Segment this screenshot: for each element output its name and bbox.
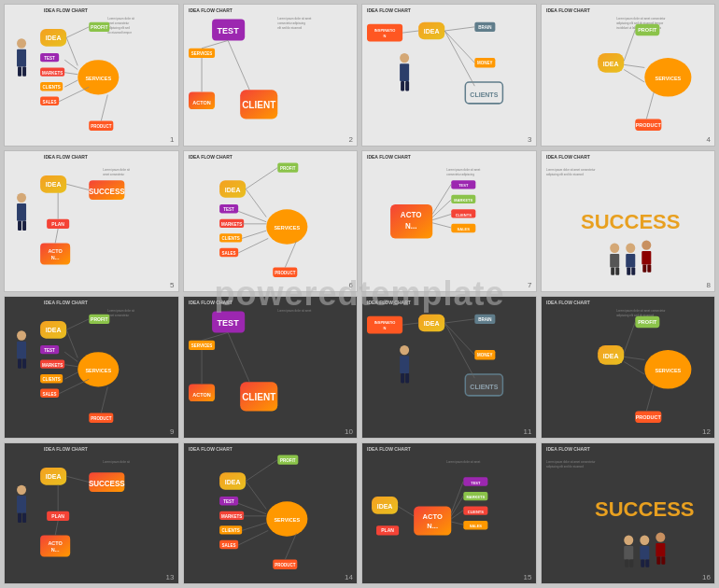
svg-text:IDEA FLOW CHART: IDEA FLOW CHART bbox=[546, 154, 591, 160]
svg-text:SALES: SALES bbox=[221, 250, 235, 255]
svg-rect-303 bbox=[414, 506, 451, 535]
svg-text:INSPIRATIO: INSPIRATIO bbox=[374, 28, 396, 33]
svg-rect-219 bbox=[405, 373, 409, 383]
slide-4[interactable]: IDEA FLOW CHART Lorem ipsum dolor sit am… bbox=[541, 4, 716, 147]
svg-text:IDEA FLOW CHART: IDEA FLOW CHART bbox=[546, 300, 591, 305]
slide-2[interactable]: IDEA FLOW CHART Lorem ipsum dolor sit am… bbox=[183, 4, 359, 147]
svg-text:IDEA FLOW CHART: IDEA FLOW CHART bbox=[367, 154, 412, 160]
slide-number-10: 10 bbox=[345, 427, 353, 436]
svg-text:TEST: TEST bbox=[217, 318, 238, 328]
svg-text:TEST: TEST bbox=[223, 499, 234, 504]
svg-text:Lorem ipsum dolor sit amet: Lorem ipsum dolor sit amet bbox=[446, 459, 480, 463]
svg-text:SERVICES: SERVICES bbox=[655, 76, 681, 81]
svg-text:IDEA: IDEA bbox=[46, 473, 62, 481]
svg-text:IDEA: IDEA bbox=[224, 478, 240, 485]
slide-number-5: 5 bbox=[170, 281, 174, 289]
svg-rect-258 bbox=[22, 512, 26, 522]
svg-text:Lorem ipsum dolor sit: Lorem ipsum dolor sit bbox=[107, 309, 134, 313]
svg-text:CLIENT: CLIENT bbox=[242, 100, 276, 110]
svg-text:consectetur adipiscing: consectetur adipiscing bbox=[446, 172, 474, 175]
svg-text:Lorem ipsum dolor sit amet: Lorem ipsum dolor sit amet bbox=[446, 167, 480, 171]
svg-rect-325 bbox=[640, 546, 649, 560]
svg-rect-52 bbox=[400, 63, 409, 81]
svg-point-324 bbox=[640, 535, 649, 544]
slide-10[interactable]: IDEA FLOW CHART Lorem ipsum dolor sit am… bbox=[183, 296, 359, 439]
slide-13[interactable]: IDEA FLOW CHART Lorem ipsum dolor sit ID… bbox=[4, 442, 179, 585]
svg-text:N...: N... bbox=[405, 221, 416, 230]
svg-text:SERVICES: SERVICES bbox=[655, 368, 681, 373]
svg-text:IDEA: IDEA bbox=[46, 181, 62, 189]
svg-point-328 bbox=[656, 532, 665, 541]
slide-11[interactable]: IDEA FLOW CHART INSPIRATIO N IDEA BRAIN bbox=[361, 296, 537, 439]
slide-7[interactable]: IDEA FLOW CHART Lorem ipsum dolor sit am… bbox=[361, 150, 537, 293]
slide-9[interactable]: IDEA FLOW CHART Lorem ipsum dolor sit am… bbox=[4, 296, 179, 439]
svg-text:Lorem ipsum dolor sit amet: Lorem ipsum dolor sit amet bbox=[277, 17, 311, 21]
svg-text:PLAN: PLAN bbox=[51, 220, 64, 226]
slide-number-9: 9 bbox=[170, 427, 174, 436]
svg-text:Lorem ipsum dolor sit amet con: Lorem ipsum dolor sit amet consectetur bbox=[616, 17, 665, 21]
svg-point-92 bbox=[17, 192, 26, 202]
svg-rect-9 bbox=[22, 66, 26, 76]
svg-text:IDEA: IDEA bbox=[46, 35, 62, 42]
slide-12[interactable]: IDEA FLOW CHART Lorem ipsum dolor sit am… bbox=[541, 296, 716, 439]
svg-text:adipiscing elit sed: adipiscing elit sed bbox=[107, 26, 130, 30]
slide-8[interactable]: IDEA FLOW CHART Lorem ipsum dolor sit am… bbox=[541, 150, 716, 293]
svg-text:TEST: TEST bbox=[44, 56, 55, 61]
svg-rect-95 bbox=[22, 220, 26, 230]
svg-text:IDEA: IDEA bbox=[224, 186, 240, 193]
svg-text:MARKETS: MARKETS bbox=[221, 513, 242, 518]
svg-rect-93 bbox=[17, 203, 26, 221]
slide-number-6: 6 bbox=[349, 281, 353, 289]
slide-5[interactable]: IDEA FLOW CHART Lorem ipsum dolor sit am… bbox=[4, 150, 179, 293]
slide-16[interactable]: IDEA FLOW CHART Lorem ipsum dolor sit am… bbox=[541, 442, 716, 585]
svg-text:PROFIT: PROFIT bbox=[91, 24, 108, 30]
svg-rect-102 bbox=[40, 243, 70, 264]
svg-text:SUCCESS: SUCCESS bbox=[89, 479, 125, 487]
slide-15[interactable]: IDEA FLOW CHART Lorem ipsum dolor sit am… bbox=[361, 442, 537, 585]
svg-text:SALES: SALES bbox=[458, 227, 471, 231]
svg-text:Lorem ipsum dolor sit: Lorem ipsum dolor sit bbox=[103, 459, 130, 463]
svg-text:do eiusmod tempor: do eiusmod tempor bbox=[107, 31, 132, 35]
svg-rect-174 bbox=[17, 342, 26, 359]
svg-text:MARKETS: MARKETS bbox=[42, 71, 63, 76]
slide-3[interactable]: IDEA FLOW CHART INSPIRATIO N IDEA BRAIN bbox=[361, 4, 537, 147]
svg-text:IDEA FLOW CHART: IDEA FLOW CHART bbox=[189, 154, 233, 160]
svg-text:SERVICES: SERVICES bbox=[85, 76, 111, 81]
svg-rect-7 bbox=[17, 49, 26, 67]
svg-text:PRODUCT: PRODUCT bbox=[635, 414, 661, 420]
slide-14[interactable]: IDEA FLOW CHART PROFIT IDEA TEST MARKETS… bbox=[183, 442, 359, 585]
slide-6[interactable]: IDEA FLOW CHART PROFIT IDEA TEST MARKETS… bbox=[183, 150, 359, 293]
slide-1[interactable]: IDEA FLOW CHART Lorem ipsum dolor sit am… bbox=[4, 4, 179, 147]
svg-text:SALES: SALES bbox=[43, 100, 57, 105]
svg-point-216 bbox=[400, 345, 409, 355]
svg-text:N: N bbox=[384, 326, 387, 330]
slide-number-11: 11 bbox=[524, 427, 532, 436]
slide-number-16: 16 bbox=[702, 573, 711, 581]
svg-rect-163 bbox=[642, 264, 646, 272]
svg-rect-94 bbox=[18, 220, 21, 230]
svg-text:IDEA: IDEA bbox=[46, 327, 62, 334]
svg-rect-164 bbox=[647, 264, 651, 272]
svg-text:MONEY: MONEY bbox=[477, 61, 493, 65]
svg-point-332 bbox=[624, 535, 633, 544]
svg-point-6 bbox=[17, 38, 26, 48]
svg-text:IDEA FLOW CHART: IDEA FLOW CHART bbox=[189, 7, 233, 13]
svg-text:IDEA: IDEA bbox=[377, 502, 393, 510]
svg-rect-218 bbox=[401, 373, 404, 383]
svg-text:amet consectetur: amet consectetur bbox=[103, 172, 124, 175]
svg-text:IDEA: IDEA bbox=[424, 320, 440, 328]
svg-rect-334 bbox=[625, 559, 628, 567]
svg-text:MARKETS: MARKETS bbox=[466, 495, 485, 499]
svg-rect-162 bbox=[641, 250, 651, 264]
svg-text:N: N bbox=[384, 34, 387, 38]
svg-rect-256 bbox=[17, 496, 26, 513]
svg-text:TEST: TEST bbox=[217, 26, 238, 35]
svg-text:IDEA FLOW CHART: IDEA FLOW CHART bbox=[189, 300, 233, 305]
svg-text:TEST: TEST bbox=[471, 480, 481, 484]
svg-rect-335 bbox=[629, 559, 633, 567]
svg-text:IDEA FLOW CHART: IDEA FLOW CHART bbox=[44, 154, 89, 160]
slide-number-4: 4 bbox=[707, 135, 711, 144]
svg-point-51 bbox=[400, 53, 409, 63]
svg-text:IDEA FLOW CHART: IDEA FLOW CHART bbox=[546, 446, 591, 452]
svg-text:CLIENTS: CLIENTS bbox=[43, 85, 61, 90]
